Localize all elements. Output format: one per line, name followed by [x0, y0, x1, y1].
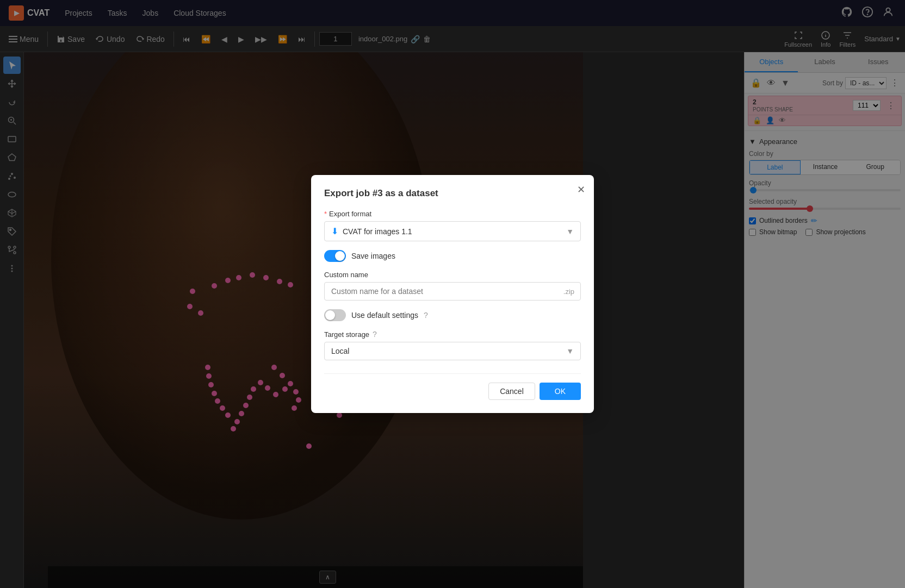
ok-button[interactable]: OK	[540, 383, 581, 400]
export-format-label: * Export format	[324, 210, 581, 218]
default-settings-help-icon[interactable]: ?	[424, 311, 428, 320]
target-storage-help-icon[interactable]: ?	[373, 330, 377, 339]
save-images-label: Save images	[351, 252, 395, 260]
modal-footer: Cancel OK	[324, 373, 581, 400]
target-storage-value: Local	[331, 347, 349, 355]
chevron-down-icon: ▼	[566, 227, 574, 236]
required-star: *	[324, 210, 327, 218]
target-storage-chevron-icon: ▼	[566, 347, 574, 355]
custom-name-input[interactable]	[324, 282, 581, 301]
export-format-label-text: Export format	[329, 210, 371, 218]
save-images-toggle-thumb	[335, 251, 345, 261]
save-images-toggle[interactable]	[324, 250, 346, 262]
modal-close-button[interactable]: ✕	[577, 184, 585, 196]
default-settings-row: Use default settings ?	[324, 309, 581, 321]
target-storage-label-text: Target storage	[324, 330, 369, 339]
modal-overlay: Export job #3 as a dataset ✕ * Export fo…	[0, 0, 905, 588]
custom-name-field-wrap: .zip	[324, 282, 581, 301]
download-icon: ⬇	[331, 226, 338, 236]
default-settings-toggle-thumb	[325, 310, 335, 320]
export-modal: Export job #3 as a dataset ✕ * Export fo…	[311, 175, 594, 413]
zip-suffix: .zip	[563, 287, 574, 296]
export-format-value: CVAT for images 1.1	[343, 227, 412, 236]
target-storage-label: Target storage ?	[324, 330, 581, 339]
target-storage-select[interactable]: Local ▼	[324, 342, 581, 360]
cancel-button[interactable]: Cancel	[488, 383, 535, 400]
custom-name-label: Custom name	[324, 271, 581, 279]
save-images-row: Save images	[324, 250, 581, 262]
use-default-settings-label: Use default settings	[351, 311, 418, 320]
modal-title: Export job #3 as a dataset	[324, 188, 581, 199]
export-format-select[interactable]: ⬇ CVAT for images 1.1 ▼	[324, 221, 581, 241]
use-default-settings-toggle[interactable]	[324, 309, 346, 321]
